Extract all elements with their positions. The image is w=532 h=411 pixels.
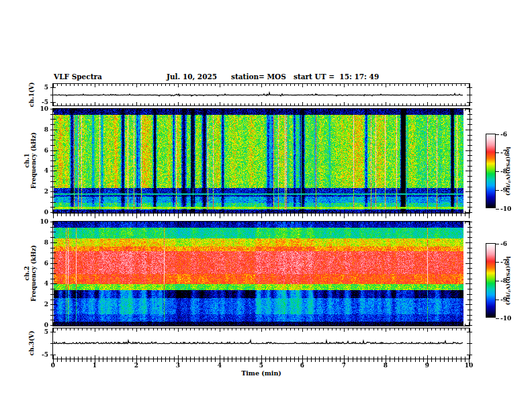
- tick: [220, 210, 220, 213]
- tick: [315, 359, 316, 362]
- tick: [220, 222, 220, 225]
- tick: [50, 145, 53, 146]
- tick: [469, 355, 470, 359]
- tick: [269, 222, 270, 224]
- tick: [53, 227, 55, 228]
- tick: [124, 359, 124, 362]
- tick: [236, 328, 236, 330]
- tick: [228, 211, 228, 213]
- tick: [290, 214, 291, 216]
- tick: [128, 214, 128, 216]
- tick: [319, 222, 320, 224]
- ch1-spec-ytick-label: 0: [34, 209, 48, 216]
- ch3-waveform-ylabel: ch.3(V): [28, 323, 35, 363]
- tick: [74, 222, 75, 224]
- tick: [452, 84, 453, 86]
- tick: [50, 124, 53, 125]
- tick: [228, 357, 228, 359]
- tick: [435, 324, 436, 326]
- tick: [440, 84, 441, 86]
- tick: [169, 214, 170, 216]
- tick: [87, 324, 87, 326]
- tick: [373, 84, 374, 86]
- tick: [53, 289, 55, 289]
- tick: [415, 359, 416, 362]
- tick: [245, 84, 245, 86]
- tick: [207, 222, 208, 224]
- tick: [78, 103, 79, 105]
- tick: [470, 187, 472, 187]
- tick: [470, 166, 472, 167]
- tick: [253, 211, 253, 213]
- tick: [257, 103, 257, 105]
- tick: [140, 84, 141, 86]
- x-tick-label: 2: [130, 362, 143, 369]
- tick: [107, 359, 107, 362]
- tick: [328, 359, 328, 362]
- tick: [382, 357, 382, 359]
- tick: [148, 84, 149, 86]
- tick: [186, 103, 187, 105]
- tick: [203, 84, 204, 86]
- tick: [444, 328, 445, 330]
- tick: [66, 359, 66, 362]
- tick: [348, 357, 349, 359]
- tick: [328, 84, 328, 86]
- tick: [120, 359, 120, 362]
- tick: [112, 211, 112, 213]
- tick: [353, 324, 353, 326]
- tick: [178, 109, 179, 112]
- tick: [87, 109, 87, 111]
- tick: [203, 103, 204, 105]
- tick: [294, 328, 295, 330]
- tick: [398, 324, 399, 326]
- tick: [348, 324, 349, 326]
- tick: [190, 109, 191, 111]
- tick: [53, 191, 57, 192]
- tick: [245, 222, 245, 224]
- tick: [353, 357, 353, 359]
- tick: [373, 214, 374, 216]
- header-station: station= MOS: [231, 73, 286, 81]
- tick: [470, 135, 472, 136]
- tick: [53, 145, 55, 146]
- tick: [340, 328, 341, 330]
- tick: [116, 357, 116, 359]
- tick: [203, 109, 204, 111]
- tick: [257, 109, 257, 111]
- tick: [112, 103, 112, 105]
- ch3-waveform-canvas: [53, 328, 470, 359]
- tick: [178, 210, 179, 213]
- tick: [140, 222, 141, 224]
- tick: [116, 103, 116, 105]
- tick: [357, 211, 357, 213]
- tick: [120, 103, 120, 105]
- tick: [245, 357, 245, 359]
- tick: [70, 109, 71, 111]
- tick: [249, 359, 249, 362]
- tick: [353, 109, 353, 111]
- tick: [277, 222, 278, 224]
- ch1-spec-ytick-label: 4: [34, 167, 48, 174]
- tick: [353, 211, 353, 213]
- tick: [281, 359, 282, 362]
- tick: [148, 222, 149, 224]
- tick: [199, 103, 200, 105]
- tick: [144, 109, 145, 111]
- tick: [144, 84, 145, 86]
- tick: [257, 357, 257, 359]
- tick: [357, 222, 357, 224]
- tick: [120, 214, 120, 216]
- tick: [315, 84, 316, 86]
- tick: [373, 324, 374, 326]
- tick: [190, 84, 191, 86]
- tick: [157, 84, 158, 86]
- tick: [82, 328, 83, 330]
- tick: [215, 214, 216, 216]
- tick: [161, 324, 162, 326]
- tick: [61, 214, 62, 216]
- tick: [70, 103, 71, 105]
- tick: [382, 324, 382, 326]
- tick: [132, 103, 133, 105]
- tick: [82, 357, 83, 359]
